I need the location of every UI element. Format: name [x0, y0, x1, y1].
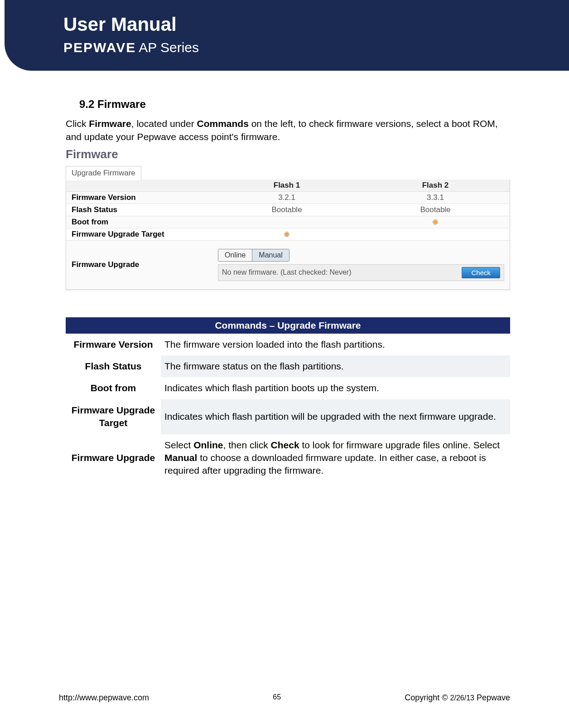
- text: Copyright ©: [405, 693, 450, 702]
- text: to look for firmware upgrade files onlin…: [299, 440, 500, 450]
- doc-header: User Manual PEPWAVEAP Series: [5, 0, 569, 71]
- manual-button[interactable]: Manual: [252, 249, 289, 261]
- desc-label: Firmware Upgrade Target: [66, 399, 161, 434]
- row-label-boot-from: Boot from: [66, 216, 212, 228]
- desc-label: Boot from: [66, 377, 161, 399]
- text: , then click: [223, 440, 271, 450]
- col-blank: [66, 180, 212, 192]
- cell-boot-from-1: [212, 216, 361, 228]
- page-footer: http://www.pepwave.com 65 Copyright © 2/…: [0, 693, 569, 703]
- bold-manual: Manual: [164, 452, 197, 463]
- series-name: AP Series: [139, 40, 199, 55]
- tab-upgrade-firmware[interactable]: Upgrade Firmware: [66, 166, 141, 180]
- section-heading: 9.2 Firmware: [79, 98, 510, 111]
- cell-boot-from-2[interactable]: [361, 216, 510, 228]
- intro-paragraph: Click Firmware, located under Commands o…: [66, 117, 510, 144]
- col-flash1: Flash 1: [212, 180, 361, 192]
- upgrade-status-text: No new firmware. (Last checked: Never): [222, 268, 351, 277]
- firmware-bold: Firmware: [89, 118, 131, 129]
- cell-upgrade-target-1[interactable]: [212, 228, 361, 240]
- commands-bold: Commands: [197, 118, 248, 129]
- row-label-firmware-upgrade: Firmware Upgrade: [66, 240, 212, 289]
- doc-subtitle: PEPWAVEAP Series: [63, 40, 569, 55]
- cell-fw-version-1: 3.2.1: [212, 191, 361, 204]
- check-button[interactable]: Check: [462, 267, 500, 278]
- text: , located under: [131, 118, 197, 129]
- cell-firmware-upgrade: Online Manual No new firmware. (Last che…: [212, 240, 510, 289]
- desc-label: Firmware Upgrade: [66, 434, 161, 482]
- desc-text: The firmware version loaded into the fla…: [161, 334, 510, 355]
- page-number: 65: [273, 693, 281, 703]
- text: Pepwave: [474, 693, 510, 702]
- desc-label: Flash Status: [66, 355, 161, 377]
- firmware-table: Flash 1 Flash 2 Firmware Version 3.2.1 3…: [66, 180, 510, 290]
- cell-fw-version-2: 3.3.1: [361, 191, 510, 204]
- upgrade-firmware-panel: Upgrade Firmware Flash 1 Flash 2 Firmwar…: [66, 180, 510, 290]
- radio-icon[interactable]: [284, 232, 289, 237]
- cell-upgrade-target-2: [361, 228, 510, 240]
- text: Click: [66, 118, 89, 129]
- firmware-title: Firmware: [66, 147, 510, 161]
- text: to choose a downloaded firmware update. …: [164, 452, 486, 476]
- doc-title: User Manual: [63, 14, 569, 35]
- footer-date: 2/26/13: [450, 694, 474, 702]
- cell-flash-status-2: Bootable: [361, 204, 510, 216]
- page-content: 9.2 Firmware Click Firmware, located und…: [0, 71, 569, 482]
- desc-text-upgrade: Select Online, then click Check to look …: [161, 434, 510, 482]
- online-button[interactable]: Online: [218, 249, 252, 261]
- footer-url: http://www.pepwave.com: [59, 693, 149, 703]
- desc-text: The firmware status on the flash partiti…: [161, 355, 510, 377]
- brand-name: PEPWAVE: [63, 40, 136, 55]
- desc-text: Indicates which flash partition will be …: [161, 399, 510, 434]
- footer-copyright: Copyright © 2/26/13 Pepwave: [405, 693, 510, 703]
- desc-table: Firmware Version The firmware version lo…: [66, 334, 510, 482]
- radio-icon[interactable]: [433, 219, 438, 225]
- upgrade-status-row: No new firmware. (Last checked: Never) C…: [218, 264, 504, 281]
- desc-text: Indicates which flash partition boots up…: [161, 377, 510, 399]
- row-label-upgrade-target: Firmware Upgrade Target: [66, 228, 212, 240]
- bold-online: Online: [193, 440, 223, 450]
- bold-check: Check: [271, 440, 299, 450]
- desc-label: Firmware Version: [66, 334, 161, 355]
- row-label-firmware-version: Firmware Version: [66, 191, 212, 204]
- upgrade-mode-segment: Online Manual: [218, 249, 289, 262]
- col-flash2: Flash 2: [361, 180, 510, 192]
- row-label-flash-status: Flash Status: [66, 204, 212, 216]
- cell-flash-status-1: Bootable: [212, 204, 361, 216]
- text: Select: [164, 440, 193, 450]
- desc-header: Commands – Upgrade Firmware: [66, 317, 510, 334]
